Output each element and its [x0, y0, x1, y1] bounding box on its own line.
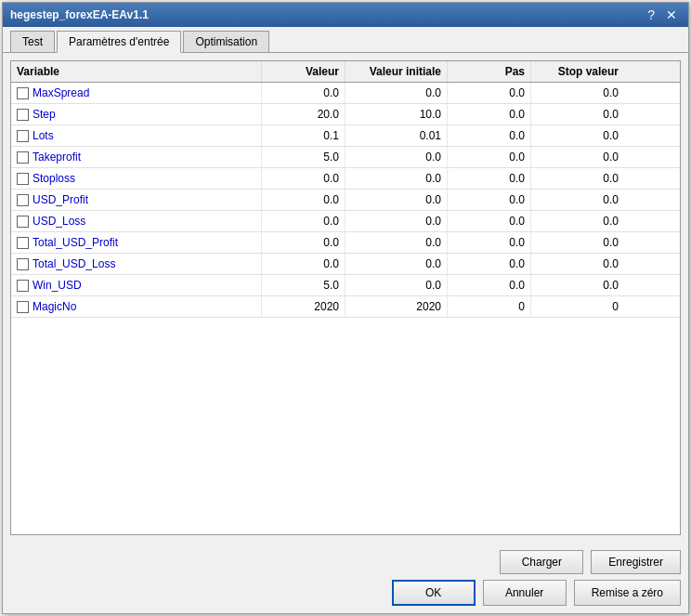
tab-test[interactable]: Test	[10, 31, 55, 52]
dialog: hegestep_forexEA-EAv1.1 ? ✕ Test Paramèt…	[2, 2, 689, 614]
row-checkbox[interactable]	[17, 216, 29, 228]
var-name: Total_USD_Profit	[33, 236, 118, 249]
td-pas: 0.0	[448, 254, 531, 274]
td-stop-valeur: 0.0	[531, 232, 624, 253]
td-stop-valeur: 0.0	[531, 275, 624, 295]
td-valeur-initiale: 0.0	[346, 83, 448, 103]
footer-row-1: Charger Enregistrer	[10, 550, 681, 574]
td-valeur: 0.0	[262, 190, 346, 210]
td-valeur-initiale: 0.0	[346, 147, 448, 167]
td-pas: 0.0	[448, 104, 531, 125]
tab-optim[interactable]: Optimisation	[183, 31, 269, 52]
th-valeur: Valeur	[262, 61, 346, 82]
row-checkbox[interactable]	[17, 109, 29, 121]
th-valeur-initiale: Valeur initiale	[346, 61, 448, 82]
row-checkbox[interactable]	[17, 87, 29, 99]
var-name: USD_Profit	[33, 193, 88, 206]
var-name: Step	[33, 108, 56, 121]
title-bar: hegestep_forexEA-EAv1.1 ? ✕	[3, 3, 688, 27]
row-checkbox[interactable]	[17, 301, 29, 313]
var-name: MagicNo	[33, 300, 76, 313]
td-valeur: 0.0	[262, 83, 346, 103]
td-valeur: 5.0	[262, 147, 346, 167]
row-checkbox[interactable]	[17, 194, 29, 206]
table-row: USD_Profit 0.0 0.0 0.0 0.0	[11, 190, 680, 211]
td-valeur-initiale: 0.0	[346, 190, 448, 210]
td-stop-valeur: 0.0	[531, 125, 624, 146]
td-valeur-initiale: 0.0	[346, 275, 448, 295]
row-checkbox[interactable]	[17, 151, 29, 164]
td-variable: MaxSpread	[11, 83, 262, 103]
table-row: Total_USD_Profit 0.0 0.0 0.0 0.0	[11, 232, 680, 254]
row-checkbox[interactable]	[17, 258, 29, 270]
table-row: USD_Loss 0.0 0.0 0.0 0.0	[11, 211, 680, 232]
td-stop-valeur: 0.0	[531, 211, 624, 231]
td-pas: 0.0	[448, 83, 531, 103]
td-variable: Takeprofit	[11, 147, 262, 167]
td-valeur-initiale: 0.01	[346, 125, 448, 146]
var-name: USD_Loss	[33, 215, 85, 228]
td-pas: 0.0	[448, 232, 531, 253]
table-row: MaxSpread 0.0 0.0 0.0 0.0	[11, 83, 680, 104]
td-pas: 0.0	[448, 190, 531, 210]
var-name: Takeprofit	[33, 151, 81, 164]
var-name: Stoploss	[33, 172, 75, 185]
td-valeur: 0.0	[262, 168, 346, 189]
td-valeur: 5.0	[262, 275, 346, 295]
main-content: Variable Valeur Valeur initiale Pas Stop…	[3, 53, 688, 543]
td-stop-valeur: 0	[531, 296, 624, 317]
td-valeur-initiale: 2020	[346, 296, 448, 317]
ok-button[interactable]: OK	[392, 580, 476, 606]
td-pas: 0.0	[448, 275, 531, 295]
td-valeur-initiale: 0.0	[346, 211, 448, 231]
var-name: MaxSpread	[33, 86, 89, 99]
tabs-container: Test Paramètres d'entrée Optimisation	[3, 27, 688, 53]
td-pas: 0.0	[448, 147, 531, 167]
close-button[interactable]: ✕	[662, 8, 681, 21]
td-variable: MagicNo	[11, 296, 262, 317]
td-variable: Win_USD	[11, 275, 262, 295]
remise-a-zero-button[interactable]: Remise a zéro	[574, 580, 681, 606]
td-stop-valeur: 0.0	[531, 190, 624, 210]
td-valeur: 2020	[262, 296, 346, 317]
td-variable: USD_Profit	[11, 190, 262, 210]
tab-params[interactable]: Paramètres d'entrée	[57, 31, 181, 53]
td-stop-valeur: 0.0	[531, 104, 624, 125]
row-checkbox[interactable]	[17, 173, 29, 185]
td-stop-valeur: 0.0	[531, 168, 624, 189]
annuler-button[interactable]: Annuler	[483, 580, 567, 606]
params-table: Variable Valeur Valeur initiale Pas Stop…	[10, 60, 681, 535]
td-variable: Total_USD_Loss	[11, 254, 262, 274]
td-variable: Stoploss	[11, 168, 262, 189]
td-pas: 0.0	[448, 211, 531, 231]
table-header: Variable Valeur Valeur initiale Pas Stop…	[11, 61, 680, 83]
td-variable: Total_USD_Profit	[11, 232, 262, 253]
td-valeur: 20.0	[262, 104, 346, 125]
charger-button[interactable]: Charger	[500, 550, 583, 574]
td-stop-valeur: 0.0	[531, 147, 624, 167]
table-row: Takeprofit 5.0 0.0 0.0 0.0	[11, 147, 680, 168]
td-variable: USD_Loss	[11, 211, 262, 231]
row-checkbox[interactable]	[17, 237, 29, 249]
th-variable: Variable	[11, 61, 262, 82]
footer-row-2: OK Annuler Remise a zéro	[10, 580, 681, 606]
th-stop-valeur: Stop valeur	[531, 61, 624, 82]
table-row: Step 20.0 10.0 0.0 0.0	[11, 104, 680, 125]
table-row: Lots 0.1 0.01 0.0 0.0	[11, 125, 680, 147]
td-valeur-initiale: 10.0	[346, 104, 448, 125]
row-checkbox[interactable]	[17, 130, 29, 142]
title-text: hegestep_forexEA-EAv1.1	[10, 8, 149, 21]
footer: Charger Enregistrer OK Annuler Remise a …	[3, 543, 688, 613]
table-row: MagicNo 2020 2020 0 0	[11, 296, 680, 318]
enregistrer-button[interactable]: Enregistrer	[591, 550, 681, 574]
td-stop-valeur: 0.0	[531, 254, 624, 274]
td-variable: Lots	[11, 125, 262, 146]
help-button[interactable]: ?	[644, 8, 658, 21]
td-pas: 0.0	[448, 168, 531, 189]
td-valeur: 0.0	[262, 232, 346, 253]
td-pas: 0.0	[448, 125, 531, 146]
table-row: Win_USD 5.0 0.0 0.0 0.0	[11, 275, 680, 296]
row-checkbox[interactable]	[17, 280, 29, 292]
td-valeur: 0.1	[262, 125, 346, 146]
table-body: MaxSpread 0.0 0.0 0.0 0.0 Step 20.0 10.0…	[11, 83, 680, 534]
